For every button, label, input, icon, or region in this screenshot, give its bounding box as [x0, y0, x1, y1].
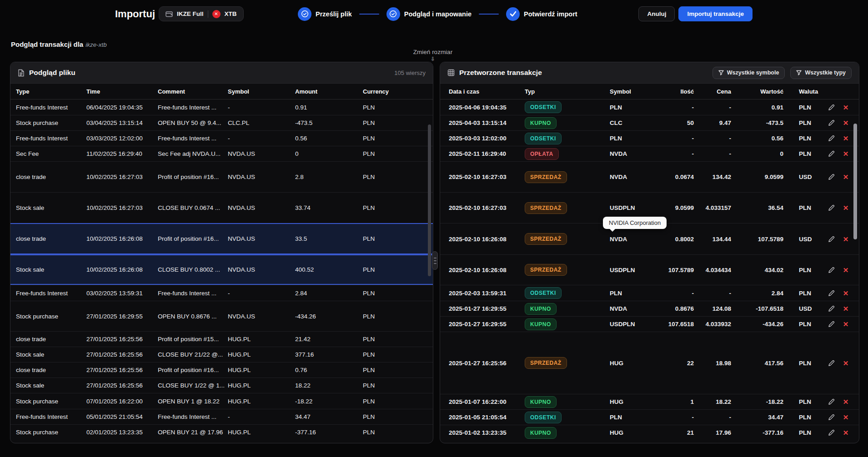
- cell-price: 18.22: [694, 398, 731, 405]
- cell-value: 107.5789: [731, 236, 783, 243]
- delete-transaction-button[interactable]: ✕: [842, 119, 850, 127]
- step-label: Prześlij plik: [316, 10, 352, 18]
- filter-all-types-button[interactable]: Wszystkie typy: [790, 67, 852, 79]
- transaction-row[interactable]: 2025-02-11 16:29:40OPŁATANVDA--0PLN✕: [440, 146, 859, 161]
- delete-transaction-button[interactable]: ✕: [842, 150, 850, 158]
- delete-transaction-button[interactable]: ✕: [842, 173, 850, 181]
- left-table-scrollbar[interactable]: [428, 124, 431, 276]
- filter-label: Wszystkie typy: [805, 70, 846, 76]
- file-row[interactable]: Free-funds Interest06/04/2025 19:04:35Fr…: [10, 99, 433, 115]
- file-row[interactable]: Sec Fee11/02/2025 16:29:40Sec Fee adj NV…: [10, 146, 433, 161]
- file-row[interactable]: Stock sale10/02/2025 16:27:03CLOSE BUY 0…: [10, 192, 433, 223]
- file-row[interactable]: Stock sale10/02/2025 16:26:08CLOSE BUY 0…: [10, 254, 433, 285]
- filter-all-symbols-button[interactable]: Wszystkie symbole: [712, 67, 785, 79]
- delete-transaction-button[interactable]: ✕: [842, 359, 850, 367]
- cell-amount: 0: [295, 150, 363, 157]
- cell-type: SPRZEDAŻ: [525, 171, 610, 183]
- file-row[interactable]: Stock purchase03/04/2025 13:15:14OPEN BU…: [10, 115, 433, 130]
- edit-transaction-button[interactable]: [827, 266, 835, 274]
- edit-transaction-button[interactable]: [827, 150, 835, 158]
- file-row[interactable]: Stock purchase27/01/2025 16:29:55OPEN BU…: [10, 301, 433, 331]
- cell-amount: 33.74: [295, 204, 363, 211]
- panel-title: Podgląd pliku: [29, 69, 75, 77]
- delete-transaction-button[interactable]: ✕: [842, 266, 850, 274]
- step-preview-mapping[interactable]: Podgląd i mapowanie: [386, 7, 472, 21]
- import-transactions-button[interactable]: Importuj transakcje: [678, 6, 753, 21]
- delete-transaction-button[interactable]: ✕: [842, 289, 850, 297]
- transaction-row[interactable]: 2025-01-27 16:29:55KUPNONVDA0.8676124.08…: [440, 301, 859, 316]
- cell-value: 9.0599: [731, 174, 783, 180]
- topbar: Importuj IKZE Full ✕ XTB Prześlij plik: [0, 0, 868, 28]
- transaction-type-badge: SPRZEDAŻ: [525, 202, 567, 214]
- transaction-row[interactable]: 2025-01-05 21:05:54ODSETKIPLN--34.47PLN✕: [440, 409, 859, 425]
- cell-datetime: 2025-01-27 16:25:56: [449, 360, 525, 367]
- file-row[interactable]: Stock sale27/01/2025 16:25:56CLOSE BUY 2…: [10, 347, 433, 362]
- file-row[interactable]: Stock purchase02/01/2025 13:23:35OPEN BU…: [10, 424, 433, 440]
- edit-transaction-button[interactable]: [827, 398, 835, 406]
- transaction-row[interactable]: 2025-04-06 19:04:35ODSETKIPLN--0.91PLN✕: [440, 99, 859, 115]
- right-table-scrollbar[interactable]: [853, 124, 857, 239]
- transaction-row[interactable]: 2025-01-02 13:23:35KUPNOHUG2117.96-377.1…: [440, 425, 859, 440]
- delete-transaction-button[interactable]: ✕: [842, 305, 850, 313]
- cell-symbol: -: [228, 135, 295, 142]
- cell-price: 134.44: [694, 236, 731, 243]
- transaction-row[interactable]: 2025-01-27 16:25:56SPRZEDAŻHUG2218.98417…: [440, 332, 859, 394]
- cell-type: KUPNO: [525, 396, 610, 408]
- page-subtitle: Podgląd transakcji dlaikze-xtb: [11, 40, 107, 48]
- transaction-row[interactable]: 2025-03-03 12:02:00ODSETKIPLN--0.56PLN✕: [440, 130, 859, 146]
- panel-title: Przetworzone transakcje: [459, 69, 542, 77]
- cell-time: 03/04/2025 13:15:14: [86, 119, 158, 126]
- edit-transaction-button[interactable]: [827, 204, 835, 212]
- edit-transaction-button[interactable]: [827, 235, 835, 243]
- edit-transaction-button[interactable]: [827, 103, 835, 111]
- processed-transactions-panel: Przetworzone transakcje Wszystkie symbol…: [440, 62, 859, 443]
- edit-transaction-button[interactable]: [827, 429, 835, 437]
- delete-transaction-button[interactable]: ✕: [842, 429, 850, 437]
- tooltip-text: NVIDIA Corporation: [609, 219, 661, 226]
- edit-transaction-button[interactable]: [827, 173, 835, 181]
- file-row[interactable]: Free-funds Interest03/03/2025 12:02:00Fr…: [10, 130, 433, 146]
- edit-transaction-button[interactable]: [827, 119, 835, 127]
- delete-transaction-button[interactable]: ✕: [842, 235, 850, 243]
- edit-transaction-button[interactable]: [827, 320, 835, 328]
- edit-transaction-button[interactable]: [827, 359, 835, 367]
- file-row[interactable]: close trade10/02/2025 16:26:08Profit of …: [10, 223, 433, 254]
- transaction-row[interactable]: 2025-02-10 16:26:08SPRZEDAŻUSDPLN107.578…: [440, 254, 859, 285]
- transaction-row[interactable]: 2025-01-07 16:22:00KUPNOHUG118.22-18.22P…: [440, 394, 859, 409]
- file-row[interactable]: Stock purchase07/01/2025 16:22:00OPEN BU…: [10, 393, 433, 409]
- delete-transaction-button[interactable]: ✕: [842, 320, 850, 328]
- file-row[interactable]: Free-funds Interest03/02/2025 13:59:31Fr…: [10, 285, 433, 301]
- cell-quantity: 0.8002: [648, 236, 694, 243]
- cell-type: close trade: [16, 336, 86, 343]
- account-tabs[interactable]: IKZE Full ✕ XTB: [159, 6, 244, 21]
- delete-transaction-button[interactable]: ✕: [842, 103, 850, 111]
- delete-transaction-button[interactable]: ✕: [842, 398, 850, 406]
- transaction-row[interactable]: 2025-01-27 16:29:55KUPNOUSDPLN107.65184.…: [440, 316, 859, 332]
- step-upload-file[interactable]: Prześlij plik: [298, 7, 352, 21]
- file-row[interactable]: close trade27/01/2025 16:25:56Profit of …: [10, 362, 433, 378]
- panel-resize-handle[interactable]: [432, 251, 438, 270]
- row-actions: ✕: [820, 398, 853, 406]
- cell-currency: PLN: [783, 204, 820, 211]
- delete-transaction-button[interactable]: ✕: [842, 413, 850, 422]
- check-icon: [506, 7, 520, 21]
- cell-symbol: CLC.PL: [228, 119, 295, 126]
- edit-transaction-button[interactable]: [827, 305, 835, 313]
- transaction-row[interactable]: 2025-02-10 16:27:03SPRZEDAŻNVDA0.0674134…: [440, 161, 859, 192]
- edit-transaction-button[interactable]: [827, 289, 835, 297]
- file-row[interactable]: Stock sale27/01/2025 16:25:56CLOSE BUY 1…: [10, 378, 433, 393]
- delete-transaction-button[interactable]: ✕: [842, 134, 850, 143]
- cell-time: 11/02/2025 16:29:40: [86, 150, 158, 157]
- cell-type: Stock sale: [16, 351, 86, 358]
- topbar-actions: Anuluj Importuj transakcje: [638, 6, 753, 21]
- edit-transaction-button[interactable]: [827, 134, 835, 143]
- edit-transaction-button[interactable]: [827, 413, 835, 422]
- file-row[interactable]: close trade27/01/2025 16:25:56Profit of …: [10, 331, 433, 347]
- delete-transaction-button[interactable]: ✕: [842, 204, 850, 212]
- file-row[interactable]: Free-funds Interest05/01/2025 21:05:54Fr…: [10, 409, 433, 424]
- transaction-row[interactable]: 2025-04-03 13:15:14KUPNOCLC509.47-473.5P…: [440, 115, 859, 130]
- file-row[interactable]: close trade10/02/2025 16:27:03Profit of …: [10, 161, 433, 192]
- cancel-button[interactable]: Anuluj: [638, 6, 675, 21]
- step-confirm-import[interactable]: Potwierdź import: [506, 7, 577, 21]
- transaction-row[interactable]: 2025-02-03 13:59:31ODSETKIPLN--2.84PLN✕: [440, 285, 859, 301]
